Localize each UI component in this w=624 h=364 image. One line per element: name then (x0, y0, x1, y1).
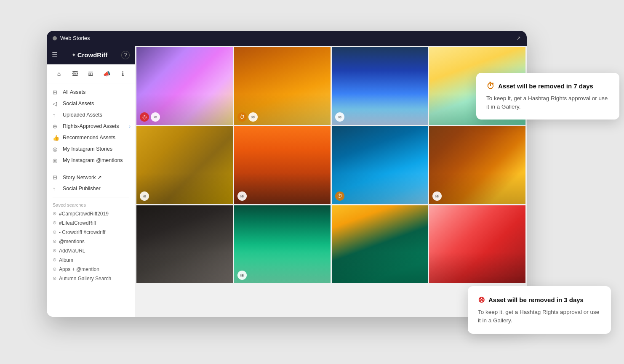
social-publisher-icon: ↑ (53, 186, 59, 192)
photo-2-badges: ⏱ ≋ (237, 112, 258, 122)
tooltip-1-text: To keep it, get a Hashtag Rights approva… (486, 94, 609, 112)
hamburger-icon[interactable]: ☰ (52, 51, 58, 59)
photo-1-badges: ◎ ≋ (140, 112, 160, 122)
photo-8-badges: ≋ (432, 191, 442, 201)
photo-cell-1[interactable]: ◎ ≋ (136, 47, 233, 125)
social-assets-label: Social Assets (63, 101, 94, 106)
badge-red-1: ◎ (140, 112, 149, 122)
all-assets-label: All Assets (63, 89, 85, 95)
tooltip-card-7days: ⏱ Asset will be removed in 7 days To kee… (476, 73, 619, 120)
story-network-icon: ⊟ (53, 174, 59, 181)
nav-icon-image[interactable]: 🖼 (69, 68, 81, 80)
tooltip-1-title: ⏱ Asset will be removed in 7 days (486, 81, 609, 91)
instagram-stories-label: My Instagram Stories (63, 146, 112, 152)
instagram-mentions-icon: ◎ (53, 157, 59, 164)
nav-icon-home[interactable]: ⌂ (53, 68, 65, 80)
tooltip-2-icon: ⊗ (478, 295, 485, 305)
photo-cell-6[interactable]: ≋ (234, 126, 331, 204)
tooltip-card-3days: ⊗ Asset will be removed in 3 days To kee… (468, 286, 611, 334)
saved-search-1[interactable]: #CampCrowdRiff2019 (47, 209, 135, 218)
photo-6-badges: ≋ (237, 191, 247, 201)
photo-grid: ◎ ≋ ⏱ ≋ ≋ (135, 46, 527, 317)
rights-approved-label: Rights-Approved Assets (63, 123, 119, 129)
saved-search-2[interactable]: #LifeatCrowdRiff (47, 218, 135, 228)
app-window: Web Stories ↗ ☰ CrowdRiff ? ⌂ 🖼 𝌞 📣 ℹ (47, 31, 527, 317)
photo-5-badges: ≋ (140, 191, 149, 201)
sidebar-item-story-network[interactable]: ⊟ Story Network ↗ (47, 172, 135, 183)
photo-cell-3[interactable]: ≋ (332, 47, 428, 125)
photo-7-badges: ⏱ (335, 191, 344, 201)
sidebar-item-social-assets[interactable]: ◁ Social Assets (47, 98, 135, 109)
sidebar-header: ☰ CrowdRiff ? (47, 46, 135, 64)
social-assets-icon: ◁ (53, 101, 59, 107)
menu-divider-2 (53, 197, 129, 197)
brand-name: CrowdRiff (72, 51, 108, 58)
photo-cell-12[interactable] (429, 205, 525, 283)
photo-cell-9[interactable] (136, 205, 233, 283)
recommended-label: Recommended Assets (63, 135, 115, 141)
tooltip-2-title-text: Asset will be removed in 3 days (488, 296, 584, 303)
all-assets-icon: ⊞ (53, 89, 59, 96)
top-bar-left: Web Stories (53, 35, 90, 41)
sidebar-item-rights-approved[interactable]: ⊕ Rights-Approved Assets › (47, 121, 135, 132)
top-bar: Web Stories ↗ (47, 31, 527, 46)
sidebar-menu: ⊞ All Assets ◁ Social Assets ↑ Uploaded … (47, 83, 135, 317)
saved-search-8[interactable]: Autumn Gallery Search (47, 274, 135, 283)
saved-search-3[interactable]: - Crowdriff #crowdriff (47, 228, 135, 237)
tooltip-1-icon: ⏱ (486, 81, 495, 91)
uploaded-assets-label: Uploaded Assets (63, 112, 102, 118)
photo-cell-8[interactable]: ≋ (429, 126, 525, 204)
story-network-label: Story Network ↗ (63, 174, 102, 181)
badge-yellow-2: ⏱ (237, 112, 247, 122)
social-publisher-label: Social Publisher (63, 186, 101, 191)
rights-approved-icon: ⊕ (53, 123, 59, 130)
saved-search-5[interactable]: AddViaURL (47, 246, 135, 255)
nav-icon-info[interactable]: ℹ (117, 68, 128, 80)
main-content: ◎ ≋ ⏱ ≋ ≋ (135, 46, 527, 317)
sidebar-item-social-publisher[interactable]: ↑ Social Publisher (47, 183, 135, 194)
photo-cell-10[interactable]: ≋ (234, 205, 331, 283)
menu-divider-1 (53, 169, 129, 169)
help-icon[interactable]: ? (121, 51, 130, 59)
sidebar-nav-icons: ⌂ 🖼 𝌞 📣 ℹ (47, 64, 135, 83)
sidebar-item-all-assets[interactable]: ⊞ All Assets (47, 87, 135, 98)
tooltip-2-text: To keep it, get a Hashtag Rights approva… (478, 308, 601, 325)
badge-white-2: ≋ (248, 112, 258, 122)
sidebar-item-recommended[interactable]: 👍 Recommended Assets (47, 132, 135, 143)
photo-3-badges: ≋ (335, 112, 344, 122)
badge-white-10: ≋ (237, 271, 247, 280)
sidebar: ☰ CrowdRiff ? ⌂ 🖼 𝌞 📣 ℹ ⊞ All Assets (47, 46, 135, 317)
photo-cell-5[interactable]: ≋ (136, 126, 233, 204)
photo-10-badges: ≋ (237, 271, 247, 280)
nav-icon-megaphone[interactable]: 📣 (101, 68, 112, 80)
instagram-stories-icon: ◎ (53, 146, 59, 152)
top-bar-title: Web Stories (60, 35, 90, 41)
top-bar-dot (53, 36, 57, 40)
sidebar-item-instagram-stories[interactable]: ◎ My Instagram Stories (47, 143, 135, 155)
tooltip-2-title: ⊗ Asset will be removed in 3 days (478, 295, 601, 305)
sidebar-item-instagram-mentions[interactable]: ◎ My Instagram @mentions (47, 155, 135, 166)
badge-white-1: ≋ (151, 112, 160, 122)
saved-search-6[interactable]: Album (47, 255, 135, 265)
uploaded-assets-icon: ↑ (53, 112, 59, 118)
badge-white-3: ≋ (335, 112, 344, 122)
instagram-mentions-label: My Instagram @mentions (63, 157, 123, 163)
main-container: Web Stories ↗ ☰ CrowdRiff ? ⌂ 🖼 𝌞 📣 ℹ (38, 22, 586, 342)
badge-yellow-7: ⏱ (335, 191, 344, 201)
badge-white-8: ≋ (432, 191, 442, 201)
recommended-icon: 👍 (53, 135, 59, 141)
photo-cell-11[interactable] (332, 205, 428, 283)
saved-search-7[interactable]: Apps + @mention (47, 265, 135, 274)
tooltip-1-title-text: Asset will be removed in 7 days (498, 82, 593, 90)
saved-searches-label: Saved searches (47, 200, 135, 209)
photo-cell-2[interactable]: ⏱ ≋ (234, 47, 331, 125)
nav-icon-bird[interactable]: 𝌞 (85, 68, 96, 80)
sidebar-item-uploaded-assets[interactable]: ↑ Uploaded Assets (47, 109, 135, 121)
app-content: ☰ CrowdRiff ? ⌂ 🖼 𝌞 📣 ℹ ⊞ All Assets (47, 46, 527, 317)
photo-cell-7[interactable]: ⏱ (332, 126, 428, 204)
saved-search-4[interactable]: @mentions (47, 237, 135, 246)
badge-white-5: ≋ (140, 191, 149, 201)
badge-white-6: ≋ (237, 191, 247, 201)
rights-approved-chevron: › (129, 124, 131, 129)
top-bar-external-icon[interactable]: ↗ (516, 35, 521, 41)
